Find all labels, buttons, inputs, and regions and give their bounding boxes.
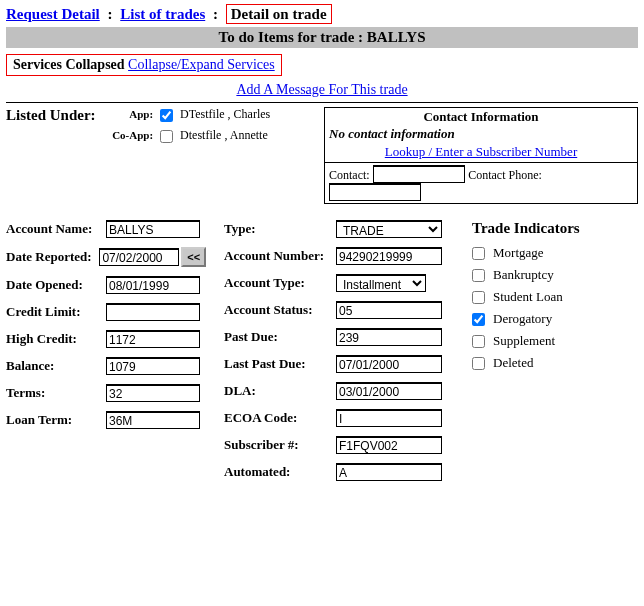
account-number-input[interactable] [336, 247, 442, 265]
trade-indicator-row: Mortgage [472, 245, 622, 261]
high-credit-label: High Credit: [6, 331, 106, 347]
subscriber-input[interactable] [336, 436, 442, 454]
contact-info-title: Contact Information [325, 108, 637, 126]
loan-term-input[interactable] [106, 411, 200, 429]
trade-indicator-checkbox-mortgage[interactable] [472, 247, 485, 260]
trade-indicators-column: Trade Indicators MortgageBankruptcyStude… [472, 220, 622, 490]
date-reported-input[interactable] [99, 248, 179, 266]
past-due-input[interactable] [336, 328, 442, 346]
trade-indicator-label: Derogatory [493, 311, 552, 327]
account-type-label: Account Type: [224, 275, 336, 291]
balance-label: Balance: [6, 358, 106, 374]
loan-term-label: Loan Term: [6, 412, 106, 428]
breadcrumb-request-detail[interactable]: Request Detail [6, 6, 100, 22]
account-number-label: Account Number: [224, 248, 336, 264]
middle-column: Type: TRADE Account Number: Account Type… [224, 220, 454, 490]
left-column: Account Name: Date Reported: << Date Ope… [6, 220, 206, 490]
trade-indicator-label: Mortgage [493, 245, 544, 261]
automated-label: Automated: [224, 464, 336, 480]
coapp-label: Co-App: [107, 129, 153, 141]
date-opened-label: Date Opened: [6, 277, 106, 293]
app-label: App: [107, 108, 153, 120]
date-reported-label: Date Reported: [6, 249, 99, 265]
coapp-checkbox[interactable] [160, 130, 173, 143]
type-label: Type: [224, 221, 336, 237]
trade-indicator-checkbox-bankruptcy[interactable] [472, 269, 485, 282]
ecoa-input[interactable] [336, 409, 442, 427]
dla-input[interactable] [336, 382, 442, 400]
add-message-link[interactable]: Add A Message For This trade [236, 82, 407, 97]
trade-indicator-row: Student Loan [472, 289, 622, 305]
last-past-due-input[interactable] [336, 355, 442, 373]
breadcrumb: Request Detail : List of trades : Detail… [6, 4, 638, 25]
services-collapsed-label: Services Collapsed [13, 57, 125, 72]
services-box: Services Collapsed Collapse/Expand Servi… [6, 54, 282, 76]
last-past-due-label: Last Past Due: [224, 356, 336, 372]
breadcrumb-list-of-trades[interactable]: List of trades [120, 6, 205, 22]
terms-label: Terms: [6, 385, 106, 401]
trade-indicator-label: Bankruptcy [493, 267, 554, 283]
account-status-input[interactable] [336, 301, 442, 319]
divider [6, 102, 638, 103]
trade-indicator-checkbox-student-loan[interactable] [472, 291, 485, 304]
trade-indicator-row: Bankruptcy [472, 267, 622, 283]
terms-input[interactable] [106, 384, 200, 402]
coapp-name: Dtestfile , Annette [180, 128, 268, 142]
account-name-input[interactable] [106, 220, 200, 238]
date-reported-prev-button[interactable]: << [181, 247, 206, 267]
trade-indicator-label: Supplement [493, 333, 555, 349]
trade-indicators-title: Trade Indicators [472, 220, 622, 237]
services-toggle-link[interactable]: Collapse/Expand Services [128, 57, 275, 72]
ecoa-label: ECOA Code: [224, 410, 336, 426]
account-type-select[interactable]: Installment [336, 274, 426, 292]
app-name: DTestfile , Charles [180, 107, 270, 121]
subscriber-label: Subscriber #: [224, 437, 336, 453]
todo-title-bar: To do Items for trade : BALLYS [6, 27, 638, 48]
trade-indicator-label: Deleted [493, 355, 533, 371]
dla-label: DLA: [224, 383, 336, 399]
date-opened-input[interactable] [106, 276, 200, 294]
contact-phone-input[interactable] [329, 183, 421, 201]
contact-lookup-link[interactable]: Lookup / Enter a Subscriber Number [385, 144, 577, 159]
coapp-row: Co-App: Dtestfile , Annette [107, 128, 270, 143]
contact-input[interactable] [373, 165, 465, 183]
contact-info-box: Contact Information No contact informati… [324, 107, 638, 204]
balance-input[interactable] [106, 357, 200, 375]
credit-limit-label: Credit Limit: [6, 304, 106, 320]
contact-fields-row: Contact: Contact Phone: [325, 162, 637, 203]
breadcrumb-detail-on-trade: Detail on trade [226, 4, 332, 24]
trade-indicator-row: Supplement [472, 333, 622, 349]
account-name-label: Account Name: [6, 221, 106, 237]
past-due-label: Past Due: [224, 329, 336, 345]
trade-indicator-row: Deleted [472, 355, 622, 371]
automated-input[interactable] [336, 463, 442, 481]
contact-none-text: No contact information [325, 126, 637, 144]
trade-indicator-checkbox-supplement[interactable] [472, 335, 485, 348]
trade-indicator-row: Derogatory [472, 311, 622, 327]
account-status-label: Account Status: [224, 302, 336, 318]
app-row: App: DTestfile , Charles [107, 107, 270, 122]
contact-phone-label: Contact Phone: [468, 168, 542, 182]
type-select[interactable]: TRADE [336, 220, 442, 238]
breadcrumb-sep: : [209, 6, 222, 22]
app-checkbox[interactable] [160, 109, 173, 122]
contact-label: Contact: [329, 168, 370, 182]
trade-indicator-checkbox-derogatory[interactable] [472, 313, 485, 326]
high-credit-input[interactable] [106, 330, 200, 348]
trade-indicator-label: Student Loan [493, 289, 563, 305]
listed-under-title: Listed Under: [6, 107, 96, 124]
trade-indicator-checkbox-deleted[interactable] [472, 357, 485, 370]
credit-limit-input[interactable] [106, 303, 200, 321]
breadcrumb-sep: : [104, 6, 117, 22]
